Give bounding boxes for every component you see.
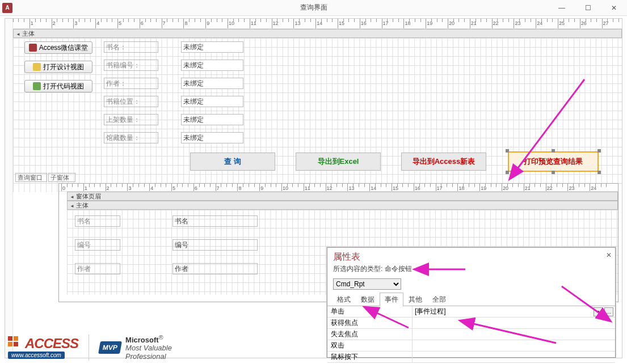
label-child-form[interactable]: 子窗体 [48,173,75,182]
query-button[interactable]: 查 询 [190,153,275,171]
label-book-no[interactable]: 书籍编号： [104,60,158,71]
subform-main-label: 主体 [76,201,89,210]
access-logo: ACCESS www.accessoft.com [8,336,78,359]
property-object-select[interactable]: Cmd_Rpt [333,278,401,290]
property-grid: 单击 [事件过程] ▾ … 获得焦点 失去焦点 双击 鼠标按下 [327,306,615,363]
subform-section-header-formheader[interactable]: 窗体页眉 [67,192,618,201]
pencil-icon [33,63,41,71]
print-preview-button[interactable]: 打印预览查询结果 [508,151,599,172]
text-onshelf[interactable]: 未绑定 [181,114,243,125]
text-author[interactable]: 未绑定 [181,78,243,89]
open-design-view-label: 打开设计视图 [43,62,84,72]
svg-rect-8 [14,342,18,346]
text-collection[interactable]: 未绑定 [181,132,243,143]
text-book-no[interactable]: 未绑定 [181,60,243,71]
sf-label-bookno[interactable]: 编号 [75,239,120,251]
selection-handle[interactable] [597,171,601,174]
tab-data[interactable]: 数据 [356,293,380,306]
sf-text-author[interactable]: 作者 [172,263,258,274]
label-author[interactable]: 作者： [104,78,158,89]
property-sheet-subtitle: 所选内容的类型: 命令按钮 [327,264,615,277]
selection-handle[interactable] [597,149,601,153]
prop-row-mousedown[interactable]: 鼠标按下 [327,352,615,363]
subform-section-header-main[interactable]: 主体 [67,201,618,210]
export-access-button[interactable]: 导出到Access新表 [401,153,486,171]
access-icon [29,44,37,52]
wechat-classroom-label: Access微信课堂 [39,43,89,53]
divider [89,335,89,361]
ruler-vertical-outer [5,19,13,358]
mvp-logo: MVP Microsoft® Most Valuable Professiona… [99,335,172,361]
access-squares-icon [8,336,23,351]
tab-other[interactable]: 其他 [403,293,427,306]
open-code-view-button[interactable]: 打开代码视图 [24,80,92,92]
sf-text-bookno[interactable]: 编号 [172,239,258,251]
prop-click-value[interactable]: [事件过程] [415,307,446,316]
window-controls: — ☐ ✕ [549,0,627,16]
title-bar: 查询界面 — ☐ ✕ [0,0,627,16]
prop-row-lostfocus[interactable]: 失去焦点 [327,329,615,340]
selection-handle[interactable] [552,171,555,174]
selection-handle[interactable] [506,171,509,174]
window-title: 查询界面 [300,3,327,12]
export-excel-button[interactable]: 导出到Excel [296,153,381,171]
ruler-horizontal-outer: 0123456789101112131415161718192021222324… [5,19,622,29]
tab-event[interactable]: 事件 [380,293,403,306]
text-location[interactable]: 未绑定 [181,96,243,107]
sf-label-bookname[interactable]: 书名 [75,215,120,227]
svg-rect-5 [8,336,12,341]
tab-all[interactable]: 全部 [427,293,451,306]
label-onshelf[interactable]: 上架数量： [104,114,158,125]
tab-format[interactable]: 格式 [332,293,356,306]
sf-label-author[interactable]: 作者 [75,263,120,274]
property-tabs: 格式 数据 事件 其他 全部 [327,292,615,306]
label-book-name[interactable]: 书名： [104,41,158,53]
selection-handle[interactable] [506,149,509,153]
text-book-name[interactable]: 未绑定 [181,41,243,53]
open-code-view-label: 打开代码视图 [43,82,84,91]
open-design-view-button[interactable]: 打开设计视图 [24,61,92,73]
property-sheet-title: 属性表 [327,248,615,264]
subform-formheader-label: 窗体页眉 [76,192,101,201]
ellipsis-button[interactable]: … [604,307,613,316]
selection-handle[interactable] [552,149,555,153]
svg-rect-7 [8,342,12,346]
wechat-classroom-button[interactable]: Access微信课堂 [24,41,92,54]
close-button[interactable]: ✕ [601,0,627,16]
property-sheet[interactable]: ✕ 属性表 所选内容的类型: 命令按钮 Cmd_Rpt 格式 数据 事件 其他 … [327,247,616,358]
section-header-main[interactable]: 主体 [13,29,622,38]
dropdown-icon[interactable]: ▾ [594,307,603,316]
section-main-body[interactable]: Access微信课堂 打开设计视图 打开代码视图 书名： 未绑定 书籍编号： 未… [13,38,622,192]
sf-text-bookname[interactable]: 书名 [172,215,258,227]
prop-row-gotfocus[interactable]: 获得焦点 [327,318,615,329]
prop-row-click[interactable]: 单击 [事件过程] ▾ … [327,306,615,318]
section-main-label: 主体 [22,29,35,38]
maximize-button[interactable]: ☐ [575,0,601,16]
ruler-horizontal-inner: 0123456789101112131415161718192021222324 [59,184,618,192]
access-url: www.accessoft.com [8,352,65,359]
svg-rect-6 [14,336,18,341]
label-location[interactable]: 书籍位置： [104,96,158,107]
app-icon [2,3,12,13]
code-icon [33,82,41,90]
mvp-badge-icon: MVP [98,341,122,354]
prop-row-dblclick[interactable]: 双击 [327,340,615,352]
minimize-button[interactable]: — [549,0,575,16]
label-query-window[interactable]: 查询窗口 [15,173,47,182]
property-sheet-close-button[interactable]: ✕ [606,251,612,259]
label-collection[interactable]: 馆藏数量： [104,132,158,143]
footer-logos: ACCESS www.accessoft.com MVP Microsoft® … [8,335,172,361]
